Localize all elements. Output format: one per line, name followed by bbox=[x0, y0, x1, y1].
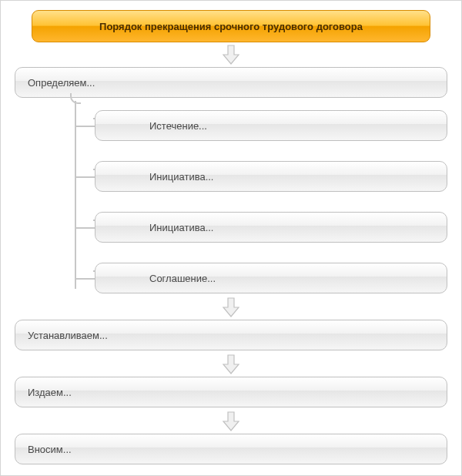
branch-node-3: Инициатива... bbox=[95, 212, 447, 243]
branch-node-4: Соглашение... bbox=[95, 263, 447, 293]
branch-label: Соглашение... bbox=[149, 273, 216, 284]
branch-node-2: Инициатива... bbox=[95, 161, 447, 192]
step-label: Вносим... bbox=[28, 444, 72, 455]
arrow-down-icon bbox=[220, 411, 242, 432]
arrow-down-icon bbox=[220, 297, 242, 318]
step-node-2: Устанавливаем... bbox=[15, 320, 447, 350]
branch-node-1: Истечение... bbox=[95, 110, 447, 141]
arrow-down-icon bbox=[220, 354, 242, 375]
step-label: Устанавливаем... bbox=[28, 330, 108, 341]
branch-label: Инициатива... bbox=[149, 222, 213, 233]
arrow-down-icon bbox=[220, 44, 242, 65]
branch-label: Истечение... bbox=[149, 120, 207, 132]
title-text: Порядок прекращения срочного трудового д… bbox=[99, 21, 363, 32]
step-label: Издаем... bbox=[28, 387, 72, 398]
step-label: Определяем... bbox=[28, 77, 95, 89]
title-node: Порядок прекращения срочного трудового д… bbox=[32, 10, 430, 42]
branch-label: Инициатива... bbox=[149, 171, 213, 183]
step-node-4: Вносим... bbox=[15, 434, 447, 464]
step-node-3: Издаем... bbox=[15, 377, 447, 407]
diagram-canvas: Порядок прекращения срочного трудового д… bbox=[0, 0, 462, 476]
